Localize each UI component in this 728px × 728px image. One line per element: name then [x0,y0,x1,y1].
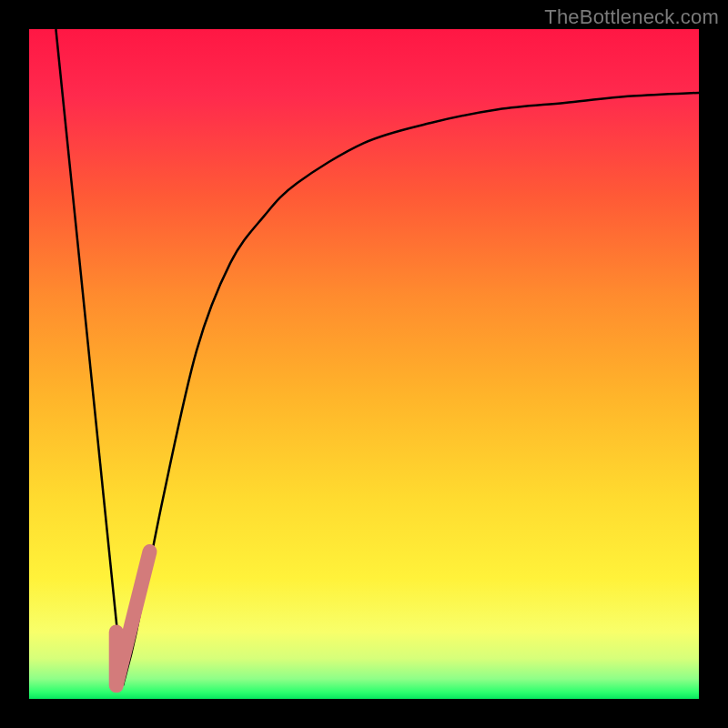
right-branch-line [123,93,699,685]
plot-area [29,29,699,699]
curve-svg [29,29,699,699]
left-branch-line [56,29,123,685]
chart-frame: TheBottleneck.com [0,0,728,728]
tick-mark-line [116,551,150,685]
watermark-text: TheBottleneck.com [544,5,719,29]
